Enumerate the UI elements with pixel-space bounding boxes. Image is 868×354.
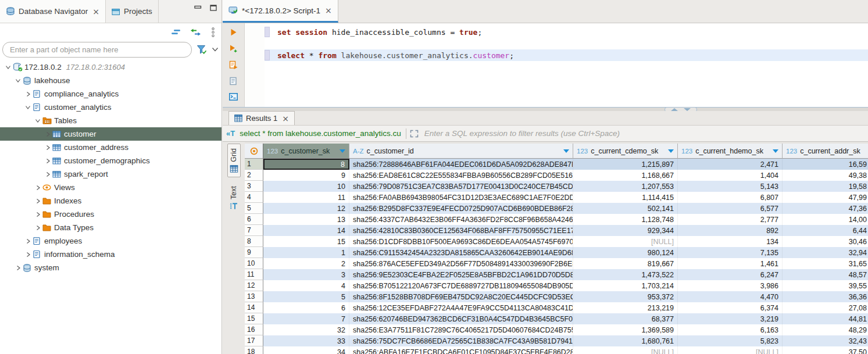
grid-cell[interactable]: 892: [678, 225, 783, 236]
column-header-c_current_hdemo_sk[interactable]: 123c_current_hdemo_sk: [678, 144, 783, 159]
grid-cell[interactable]: 1,473,522: [573, 269, 678, 280]
chevron-right-icon[interactable]: [33, 185, 42, 191]
view-tab-grid[interactable]: Grid: [227, 144, 241, 177]
sql-line[interactable]: select * from lakehouse.customer_analyti…: [265, 49, 868, 61]
grid-cell[interactable]: 10: [263, 181, 349, 192]
tree-item-information-schema[interactable]: information_schema: [0, 248, 222, 261]
tree-item-customer-address[interactable]: customer_address: [0, 141, 222, 154]
grid-cell[interactable]: sha256:9E52303CE4FBA2E2F0525E8A5BFBD2C1A…: [349, 269, 573, 280]
grid-cell[interactable]: 1,703,214: [573, 280, 678, 291]
grid-cell[interactable]: 11: [263, 192, 349, 203]
grid-cell[interactable]: 9: [263, 170, 349, 181]
editor-results-sash[interactable]: [223, 107, 868, 111]
explain-plan-icon[interactable]: [229, 77, 238, 85]
grid-cell[interactable]: sha256:B295D8FC337E9E4FECD0725D907ACD6B6…: [349, 203, 573, 214]
grid-cell[interactable]: 1,404: [678, 170, 783, 181]
grid-cell[interactable]: 14: [263, 225, 349, 236]
row-number[interactable]: 12: [245, 280, 263, 291]
grid-cell[interactable]: 1,207,553: [573, 181, 678, 192]
minimize-icon[interactable]: [194, 5, 202, 11]
object-filter-input[interactable]: [2, 42, 192, 58]
chevron-right-icon[interactable]: [33, 212, 42, 217]
grid-cell[interactable]: 13: [263, 214, 349, 225]
collapse-all-icon[interactable]: [171, 29, 181, 35]
row-number[interactable]: 3: [245, 181, 263, 192]
grid-cell[interactable]: 213,219: [573, 302, 678, 313]
grid-cell[interactable]: sha256:E3A77511F81C7289C76C4065217D5D406…: [349, 324, 573, 335]
grid-cell[interactable]: 47,99: [783, 192, 868, 203]
grid-cell[interactable]: 7: [263, 313, 349, 324]
grid-cell[interactable]: sha256:D1CDF8DBB10F500EA9693C86DE6DEAA05…: [349, 236, 573, 247]
chevron-right-icon[interactable]: [13, 265, 23, 271]
tree-item-system[interactable]: system: [0, 261, 222, 274]
grid-cell[interactable]: 3,986: [678, 280, 783, 291]
grid-cell[interactable]: 1,114,415: [573, 192, 678, 203]
chevron-down-icon[interactable]: [23, 105, 33, 110]
grid-cell[interactable]: sha256:8F1528BB708DF69EB475DC92A8C20EC44…: [349, 291, 573, 302]
grid-cell[interactable]: [NULL]: [678, 346, 783, 354]
grid-cell[interactable]: sha256:ABFA16E7F1FCBDCA6F01CF1095D84F37C…: [349, 346, 573, 354]
grid-cell[interactable]: 16,59: [783, 159, 868, 170]
grid-cell[interactable]: 39,55: [783, 280, 868, 291]
grid-cell[interactable]: 14,00: [783, 214, 868, 225]
tree-item-customer[interactable]: customer: [0, 127, 222, 141]
column-menu-arrow-icon[interactable]: [340, 149, 345, 153]
row-number[interactable]: 4: [245, 192, 263, 203]
grid-cell[interactable]: 134: [678, 236, 783, 247]
grid-cell[interactable]: 980,124: [573, 247, 678, 258]
grid-cell[interactable]: sha256:C9115342454A2323DA815865CAA326064…: [349, 247, 573, 258]
column-menu-arrow-icon[interactable]: [773, 149, 778, 153]
row-number[interactable]: 8: [245, 236, 263, 247]
tree-item-employees[interactable]: employees: [0, 234, 222, 248]
grid-cell[interactable]: 1,128,748: [573, 214, 678, 225]
grid-cell[interactable]: 2,777: [678, 214, 783, 225]
grid-cell[interactable]: 1: [263, 247, 349, 258]
grid-cell[interactable]: 819,667: [573, 258, 678, 269]
execute-icon[interactable]: [230, 28, 237, 37]
maximize-icon[interactable]: [210, 5, 217, 11]
tree-item-compliance-analytics[interactable]: compliance_analytics: [0, 87, 222, 101]
grid-cell[interactable]: 30,46: [783, 236, 868, 247]
chevron-right-icon[interactable]: [43, 158, 52, 164]
row-number[interactable]: 18: [245, 346, 263, 354]
grid-cell[interactable]: 6,374: [678, 302, 783, 313]
grid-cell[interactable]: sha256:620746BED947362BCD6CF31B0A4C547DD…: [349, 313, 573, 324]
grid-cell[interactable]: 44,81: [783, 313, 868, 324]
grid-cell[interactable]: sha256:B705122120A673FC7DE6889727DB11809…: [349, 280, 573, 291]
view-tab-text[interactable]: Text: [228, 182, 240, 214]
tree-item-views[interactable]: Views: [0, 181, 222, 194]
column-menu-arrow-icon[interactable]: [563, 149, 569, 153]
tab-database-navigator[interactable]: Database Navigator ×: [0, 0, 106, 23]
column-header-c_customer_id[interactable]: A-Zc_customer_id: [349, 144, 573, 159]
tree-item-spark-report[interactable]: spark_report: [0, 167, 222, 181]
grid-cell[interactable]: [NULL]: [573, 346, 678, 354]
grid-cell[interactable]: 1,369,589: [573, 324, 678, 335]
grid-cell[interactable]: sha256:72888646ABF61FA044EDEC061D6DA5A09…: [349, 159, 573, 170]
row-number[interactable]: 10: [245, 258, 263, 269]
row-number[interactable]: 5: [245, 203, 263, 214]
sql-line[interactable]: [265, 38, 868, 49]
grid-cell[interactable]: 12: [263, 203, 349, 214]
grid-cell[interactable]: 48,57: [783, 269, 868, 280]
row-number[interactable]: 15: [245, 313, 263, 324]
grid-cell[interactable]: sha256:42810C83B0360CE125634F068BAF8FF75…: [349, 225, 573, 236]
grid-cell[interactable]: 7,135: [678, 247, 783, 258]
link-with-editor-icon[interactable]: [190, 28, 201, 36]
grid-cell[interactable]: 6,163: [678, 324, 783, 335]
grid-cell[interactable]: 34: [263, 346, 349, 354]
row-number[interactable]: 13: [245, 291, 263, 302]
grid-cell[interactable]: sha256:12CE35EFDABF272A4A47E9FA9CC5D4113…: [349, 302, 573, 313]
tree-item-customer-demographics[interactable]: customer_demographics: [0, 154, 222, 167]
grid-cell[interactable]: 4,470: [678, 291, 783, 302]
chevron-right-icon[interactable]: [33, 225, 42, 231]
chevron-right-icon[interactable]: [43, 131, 52, 137]
grid-cell[interactable]: 6,247: [678, 269, 783, 280]
grid-cell[interactable]: 502,141: [573, 203, 678, 214]
grid-cell[interactable]: 5,143: [678, 181, 783, 192]
row-number[interactable]: 7: [245, 225, 263, 236]
tree-item-procedures[interactable]: Procedures: [0, 208, 222, 221]
grid-cell[interactable]: 32: [263, 324, 349, 335]
chevron-right-icon[interactable]: [33, 198, 42, 204]
grid-cell[interactable]: 32,43: [783, 335, 868, 346]
sql-code-area[interactable]: set session hide_inaccessible_columns = …: [265, 23, 868, 107]
